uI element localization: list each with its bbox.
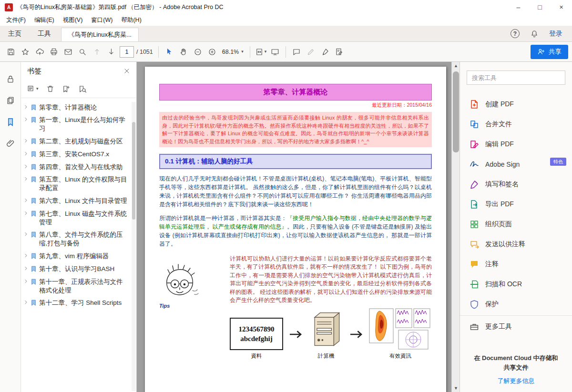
- tool-label[interactable]: 导出 PDF: [485, 200, 514, 209]
- tool-send-for-comments[interactable]: 发送以供注释: [460, 234, 572, 254]
- bookmark-label[interactable]: 第四章、首次登入与在线求助: [39, 163, 123, 171]
- chevron-right-icon[interactable]: [24, 139, 28, 143]
- zoom-level-dropdown[interactable]: 68.1% ▾: [219, 44, 246, 60]
- find-bookmark-icon[interactable]: [78, 85, 87, 93]
- bookmark-item[interactable]: 第四章、首次登入与在线求助: [23, 161, 129, 173]
- tool-label[interactable]: 创建 PDF: [485, 100, 514, 109]
- comment-tool-icon[interactable]: [289, 44, 304, 60]
- star-favorites-icon[interactable]: [18, 44, 32, 60]
- save-icon[interactable]: [4, 44, 18, 60]
- tool-protect[interactable]: 保护: [460, 294, 572, 314]
- chevron-right-icon[interactable]: [24, 232, 28, 236]
- chevron-right-icon[interactable]: [24, 211, 28, 215]
- lock-icon[interactable]: [6, 74, 15, 84]
- bookmark-label[interactable]: 第二章、主机规划与磁盘分区: [39, 137, 123, 146]
- menu-window[interactable]: 窗口(W): [87, 15, 117, 26]
- bookmark-item[interactable]: 第十二章、学习 Shell Scripts: [23, 297, 129, 310]
- scroll-up-arrow[interactable]: ▲: [452, 62, 460, 70]
- chevron-right-icon[interactable]: [24, 253, 28, 258]
- tool-label[interactable]: 更多工具: [485, 322, 512, 331]
- tool-label[interactable]: 填写和签名: [485, 180, 519, 189]
- hand-tool-icon[interactable]: [176, 44, 191, 60]
- tool-export-pdf[interactable]: 导出 PDF: [460, 194, 572, 214]
- bookmarks-scrollbar[interactable]: [132, 102, 136, 391]
- previous-page-icon[interactable]: [90, 44, 104, 60]
- page-thumbnails-icon[interactable]: [6, 96, 15, 105]
- bookmark-label[interactable]: 第三章、安装CentOS7.x: [39, 150, 109, 159]
- login-button[interactable]: 登录: [549, 30, 562, 38]
- chevron-right-icon[interactable]: [24, 105, 28, 109]
- bookmark-label[interactable]: 第十章、认识与学习BASH: [39, 265, 114, 273]
- attachments-paperclip-icon[interactable]: [6, 139, 15, 148]
- tool-comment[interactable]: 注释: [460, 254, 572, 274]
- tool-edit-pdf[interactable]: 编辑 PDF: [460, 134, 572, 154]
- highlight-pencil-icon[interactable]: [304, 44, 318, 60]
- select-tool-icon[interactable]: [162, 44, 176, 60]
- learn-more-link[interactable]: 了解更多信息: [471, 377, 561, 385]
- tool-label[interactable]: Adobe Sign: [485, 161, 520, 168]
- chevron-right-icon[interactable]: [24, 279, 28, 283]
- bookmark-options-icon[interactable]: ▾: [27, 85, 39, 93]
- bookmark-label[interactable]: 第十一章、正规表示法与文件格式化处理: [39, 278, 128, 295]
- scrollbar-thumb[interactable]: [132, 122, 135, 220]
- bookmark-item[interactable]: 第十章、认识与学习BASH: [23, 262, 129, 275]
- tool-combine-files[interactable]: 合并文件: [460, 114, 572, 134]
- bookmarks-panel-icon[interactable]: [6, 117, 15, 127]
- bookmark-item[interactable]: 第七章、Linux 磁盘与文件系统管理: [23, 207, 129, 229]
- tool-label[interactable]: 扫描和 OCR: [485, 280, 522, 289]
- help-icon[interactable]: ?: [511, 29, 520, 38]
- tool-label[interactable]: 编辑 PDF: [485, 140, 514, 149]
- bookmark-item[interactable]: 第九章、vim 程序编辑器: [23, 250, 129, 263]
- tool-adobe-sign[interactable]: Adobe Sign特色: [460, 154, 572, 174]
- bookmark-label[interactable]: 第七章、Linux 磁盘与文件系统管理: [39, 210, 128, 227]
- menu-file[interactable]: 文件(F): [2, 15, 30, 26]
- print-icon[interactable]: [47, 44, 61, 60]
- sign-pen-icon[interactable]: [318, 44, 332, 60]
- document-view[interactable]: 第零章、计算器概论 最近更新日期：2015/04/16 由过去的经验当中，鸟哥发…: [137, 62, 460, 392]
- tab-home[interactable]: 主页: [0, 26, 30, 41]
- next-page-icon[interactable]: [104, 44, 118, 60]
- tool-organize-pages[interactable]: 组织页面: [460, 214, 572, 234]
- close-panel-icon[interactable]: [123, 68, 130, 74]
- tab-document[interactable]: 《鸟哥的Linux私房菜...: [61, 28, 139, 41]
- bookmark-item[interactable]: 第三章、安装CentOS7.x: [23, 148, 129, 161]
- tool-create-pdf[interactable]: 创建 PDF: [460, 94, 572, 114]
- tool-more-tools[interactable]: 更多工具: [460, 317, 572, 337]
- bookmark-label[interactable]: 第一章、Linux是什么与如何学习: [39, 116, 128, 133]
- email-icon[interactable]: [61, 44, 75, 60]
- chevron-right-icon[interactable]: [24, 117, 28, 121]
- chevron-right-icon[interactable]: [24, 164, 28, 169]
- tools-search-input[interactable]: [472, 74, 560, 81]
- share-button[interactable]: 共享: [531, 45, 568, 59]
- chevron-right-icon[interactable]: [24, 151, 28, 156]
- minimize-button[interactable]: –: [508, 0, 529, 14]
- chevron-right-icon[interactable]: [24, 198, 28, 202]
- zoom-in-icon[interactable]: [205, 44, 219, 60]
- tool-label[interactable]: 发送以供注释: [485, 240, 525, 249]
- page-display-icon[interactable]: [268, 44, 282, 60]
- menu-edit[interactable]: 编辑(E): [30, 15, 59, 26]
- bookmark-label[interactable]: 第九章、vim 程序编辑器: [39, 252, 109, 261]
- chevron-right-icon[interactable]: [24, 177, 28, 181]
- bookmark-item[interactable]: 第零章、计算器概论: [23, 101, 129, 114]
- scrollbar-thumb[interactable]: [453, 71, 459, 152]
- tool-fill-sign[interactable]: 填写和签名: [460, 174, 572, 194]
- bookmark-label[interactable]: 第六章、Linux 文件与目录管理: [39, 197, 127, 205]
- chevron-right-icon[interactable]: [24, 300, 28, 304]
- tab-tools[interactable]: 工具: [30, 26, 59, 41]
- menu-help[interactable]: 帮助(H): [117, 15, 145, 26]
- bookmark-label[interactable]: 第五章、Linux 的文件权限与目录配置: [39, 175, 128, 192]
- maximize-button[interactable]: □: [529, 0, 551, 14]
- tool-label[interactable]: 合并文件: [485, 120, 512, 129]
- tool-label[interactable]: 组织页面: [485, 220, 512, 229]
- bookmark-item[interactable]: 第六章、Linux 文件与目录管理: [23, 195, 129, 208]
- tool-label[interactable]: 注释: [485, 260, 499, 269]
- bookmark-item[interactable]: 第十一章、正规表示法与文件格式化处理: [23, 275, 129, 297]
- scroll-down-arrow[interactable]: ▼: [452, 384, 460, 392]
- tool-scan-ocr[interactable]: 扫描和 OCR: [460, 274, 572, 294]
- bookmark-item[interactable]: 第五章、Linux 的文件权限与目录配置: [23, 173, 129, 195]
- page-number-input[interactable]: [120, 46, 134, 58]
- bookmark-label[interactable]: 第八章、文件与文件系统的压缩,打包与备份: [39, 231, 128, 248]
- bookmark-label[interactable]: 第零章、计算器概论: [39, 103, 97, 112]
- bookmark-item[interactable]: 第八章、文件与文件系统的压缩,打包与备份: [23, 229, 129, 250]
